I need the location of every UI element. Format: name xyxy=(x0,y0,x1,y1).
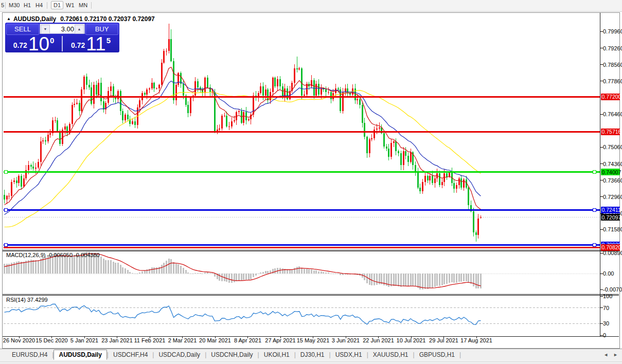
sell-price-display[interactable]: 0.72100 xyxy=(6,35,61,51)
svg-text:5 Jan 2021: 5 Jan 2021 xyxy=(70,337,98,343)
tab-scroll-left-icon[interactable]: ◄ xyxy=(603,352,608,357)
timeframe-w1-button[interactable]: W1 xyxy=(66,2,75,8)
svg-text:11 Feb 2021: 11 Feb 2021 xyxy=(134,337,166,343)
trading-platform-window: 0.799600.792600.785600.778600.764600.750… xyxy=(0,0,622,364)
timeframe-mn-button[interactable]: MN xyxy=(79,2,87,8)
buy-price-display[interactable]: 0.72115 xyxy=(63,35,118,51)
one-click-trading-panel: SELL ▼ 3.00 ▲ BUY 0.72100 0.72115 xyxy=(5,23,119,52)
buy-price-big: 11 xyxy=(86,37,105,51)
tab-gbpusd-h1[interactable]: GBPUSD,H1 xyxy=(415,350,459,359)
svg-text:0.78560: 0.78560 xyxy=(603,62,622,68)
svg-text:100: 100 xyxy=(603,293,612,299)
sell-price-big: 10 xyxy=(28,37,49,51)
sell-price-prefix: 0.72 xyxy=(13,41,27,49)
buy-price-prefix: 0.72 xyxy=(71,41,85,49)
timeframe-m30-button[interactable]: M30 xyxy=(9,2,20,8)
time-axis: 26 Nov 202015 Dec 20205 Jan 202123 Jan 2… xyxy=(3,337,492,343)
symbol-tabbar: EURUSD,H4| AUDUSD,Daily| USDCHF,H4| USDC… xyxy=(0,349,622,360)
macd-label: MACD(12,26,9) -0.006050 -0.004380 xyxy=(6,252,100,258)
svg-text:0: 0 xyxy=(603,332,606,338)
svg-text:2 Mar 2021: 2 Mar 2021 xyxy=(168,337,197,343)
volume-input[interactable]: 3.00 xyxy=(61,25,74,33)
sell-price-sup: 0 xyxy=(50,36,54,45)
svg-text:15 Dec 2020: 15 Dec 2020 xyxy=(35,337,67,343)
svg-text:0.77200: 0.77200 xyxy=(602,94,621,100)
ohlc-values: 0.72061 0.72170 0.72037 0.72097 xyxy=(60,15,155,23)
tab-xauusd-h1[interactable]: XAUUSD,H1 xyxy=(368,350,413,359)
svg-text:26 Nov 2020: 26 Nov 2020 xyxy=(3,337,35,343)
svg-text:29 Jul 2021: 29 Jul 2021 xyxy=(429,337,458,343)
svg-text:0.75716: 0.75716 xyxy=(602,129,621,135)
svg-text:0.71580: 0.71580 xyxy=(603,226,622,232)
tab-ukoil-h1[interactable]: UKOil,H1 xyxy=(259,350,294,359)
svg-text:0.77860: 0.77860 xyxy=(603,78,622,84)
timeframe-d1-button[interactable]: D1 xyxy=(51,1,63,9)
svg-text:30: 30 xyxy=(603,320,609,326)
tab-audusd-daily[interactable]: AUDUSD,Daily xyxy=(54,350,106,360)
tab-dj30-h1[interactable]: DJ30,H1 xyxy=(296,350,329,359)
status-bar xyxy=(0,361,622,364)
svg-text:0.79960: 0.79960 xyxy=(603,28,622,34)
svg-text:27 Apr 2021: 27 Apr 2021 xyxy=(265,337,295,343)
svg-text:0.75060: 0.75060 xyxy=(603,144,622,150)
svg-text:0.70820: 0.70820 xyxy=(602,244,621,250)
svg-text:70: 70 xyxy=(603,305,609,311)
timeframe-h4-button[interactable]: H4 xyxy=(35,2,43,8)
svg-text:0.79260: 0.79260 xyxy=(603,45,622,51)
svg-text:3 Jun 2021: 3 Jun 2021 xyxy=(332,337,360,343)
chart-title: ▲AUDUSD,Daily0.72061 0.72170 0.72037 0.7… xyxy=(7,15,155,23)
chart-canvas[interactable]: 0.799600.792600.785600.778600.764600.750… xyxy=(0,0,622,364)
svg-text:0.74007: 0.74007 xyxy=(602,169,621,175)
svg-text:0.008904: 0.008904 xyxy=(603,250,622,256)
tab-usdcnh-daily[interactable]: USDCNH,Daily xyxy=(206,350,257,359)
timeframe-toolbar: 5 M30 H1 H4 D1 W1 MN xyxy=(0,0,622,12)
svg-text:0.72960: 0.72960 xyxy=(603,194,622,200)
collapse-triangle-icon[interactable]: ▲ xyxy=(7,16,11,21)
svg-text:23 Jan 2021: 23 Jan 2021 xyxy=(101,337,133,343)
svg-text:0.72097: 0.72097 xyxy=(602,214,621,221)
svg-text:20 Mar 2021: 20 Mar 2021 xyxy=(199,337,231,343)
svg-text:-0.007013: -0.007013 xyxy=(603,286,622,293)
svg-text:17 Aug 2021: 17 Aug 2021 xyxy=(460,337,492,343)
toolbar-separator xyxy=(91,2,92,9)
toolbar-separator xyxy=(5,2,6,9)
price-divider xyxy=(62,36,63,51)
volume-spinner: ▼ 3.00 ▲ xyxy=(40,24,85,34)
svg-text:22 Jun 2021: 22 Jun 2021 xyxy=(363,337,394,343)
timeframe-m5-button[interactable]: 5 xyxy=(1,2,4,8)
svg-text:15 May 2021: 15 May 2021 xyxy=(297,337,330,343)
rsi-label: RSI(14) 37.4299 xyxy=(6,297,48,303)
volume-increase-button[interactable]: ▲ xyxy=(75,25,84,34)
svg-text:8 Apr 2021: 8 Apr 2021 xyxy=(234,337,261,343)
tab-scroll-right-icon[interactable]: ► xyxy=(613,352,618,357)
tab-scroll-nav: ◄► xyxy=(598,352,618,357)
symbol-period-label: AUDUSD,Daily xyxy=(13,15,56,23)
svg-text:0.76460: 0.76460 xyxy=(603,111,622,117)
volume-decrease-button[interactable]: ▼ xyxy=(41,25,50,34)
toolbar-separator xyxy=(47,2,47,9)
timeframe-h1-button[interactable]: H1 xyxy=(24,2,31,8)
svg-text:0.74360: 0.74360 xyxy=(603,161,622,167)
tab-eurusd-h4[interactable]: EURUSD,H4 xyxy=(7,350,52,359)
svg-text:0.72411: 0.72411 xyxy=(602,207,621,213)
tab-usdcad-daily[interactable]: USDCAD,Daily xyxy=(154,350,205,359)
svg-text:10 Jul 2021: 10 Jul 2021 xyxy=(397,337,426,343)
tab-usdx-h1[interactable]: USDX,H1 xyxy=(331,350,367,359)
svg-text:0.00: 0.00 xyxy=(603,270,614,277)
buy-price-sup: 5 xyxy=(106,36,111,45)
tab-usdchf-h4[interactable]: USDCHF,H4 xyxy=(109,350,152,359)
svg-text:0.73660: 0.73660 xyxy=(603,177,622,184)
